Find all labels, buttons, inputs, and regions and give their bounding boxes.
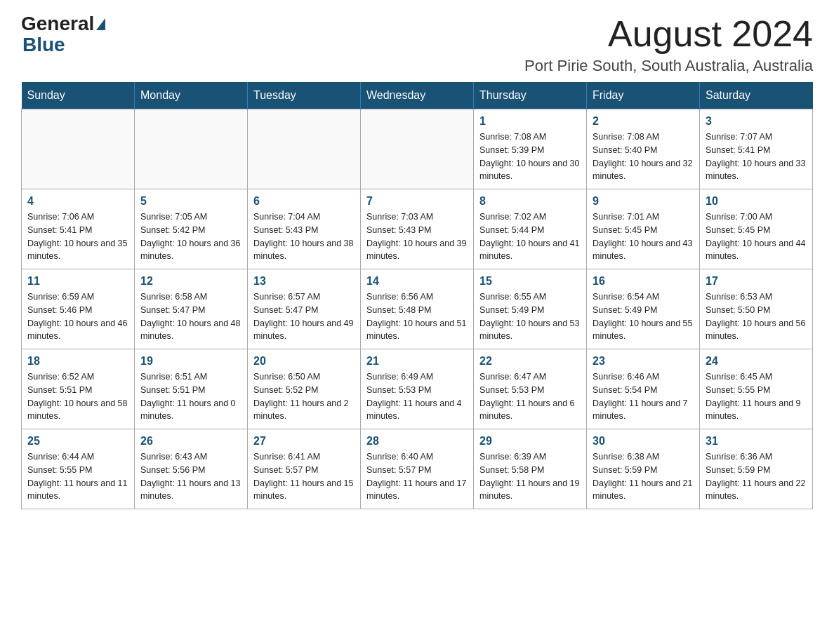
day-number: 13 — [253, 275, 355, 288]
day-number: 12 — [140, 275, 241, 288]
day-info: Sunrise: 6:54 AMSunset: 5:49 PMDaylight:… — [593, 290, 694, 343]
calendar-cell: 27Sunrise: 6:41 AMSunset: 5:57 PMDayligh… — [248, 429, 361, 509]
day-number: 30 — [593, 435, 694, 448]
weekday-header-saturday: Saturday — [700, 82, 813, 109]
day-number: 5 — [140, 195, 241, 208]
day-number: 31 — [706, 435, 807, 448]
day-number: 6 — [253, 195, 355, 208]
day-number: 20 — [253, 355, 355, 368]
calendar-cell: 3Sunrise: 7:07 AMSunset: 5:41 PMDaylight… — [700, 109, 813, 189]
calendar-cell: 22Sunrise: 6:47 AMSunset: 5:53 PMDayligh… — [474, 349, 587, 429]
day-info: Sunrise: 7:08 AMSunset: 5:40 PMDaylight:… — [593, 130, 694, 183]
day-number: 22 — [479, 355, 581, 368]
day-info: Sunrise: 7:08 AMSunset: 5:39 PMDaylight:… — [479, 130, 581, 183]
day-number: 15 — [479, 275, 581, 288]
calendar-cell: 24Sunrise: 6:45 AMSunset: 5:55 PMDayligh… — [700, 349, 813, 429]
calendar-cell — [22, 109, 135, 189]
day-info: Sunrise: 6:56 AMSunset: 5:48 PMDaylight:… — [366, 290, 468, 343]
day-number: 14 — [366, 275, 468, 288]
calendar-cell: 5Sunrise: 7:05 AMSunset: 5:42 PMDaylight… — [135, 189, 248, 269]
weekday-header-sunday: Sunday — [22, 82, 135, 109]
title-section: August 2024 Port Pirie South, South Aust… — [524, 14, 813, 75]
day-number: 3 — [706, 115, 807, 128]
calendar-cell: 20Sunrise: 6:50 AMSunset: 5:52 PMDayligh… — [248, 349, 361, 429]
calendar-cell: 30Sunrise: 6:38 AMSunset: 5:59 PMDayligh… — [587, 429, 700, 509]
calendar-cell: 12Sunrise: 6:58 AMSunset: 5:47 PMDayligh… — [135, 269, 248, 349]
calendar-cell: 21Sunrise: 6:49 AMSunset: 5:53 PMDayligh… — [361, 349, 474, 429]
calendar-cell: 29Sunrise: 6:39 AMSunset: 5:58 PMDayligh… — [474, 429, 587, 509]
calendar-cell: 23Sunrise: 6:46 AMSunset: 5:54 PMDayligh… — [587, 349, 700, 429]
day-info: Sunrise: 6:45 AMSunset: 5:55 PMDaylight:… — [706, 370, 807, 423]
day-number: 16 — [593, 275, 694, 288]
weekday-header-friday: Friday — [587, 82, 700, 109]
logo-general-part: General — [21, 14, 94, 34]
calendar-cell: 31Sunrise: 6:36 AMSunset: 5:59 PMDayligh… — [700, 429, 813, 509]
calendar-cell: 6Sunrise: 7:04 AMSunset: 5:43 PMDaylight… — [248, 189, 361, 269]
logo-triangle-icon — [96, 18, 105, 30]
calendar-cell — [248, 109, 361, 189]
calendar-cell: 19Sunrise: 6:51 AMSunset: 5:51 PMDayligh… — [135, 349, 248, 429]
calendar-cell: 28Sunrise: 6:40 AMSunset: 5:57 PMDayligh… — [361, 429, 474, 509]
day-info: Sunrise: 6:59 AMSunset: 5:46 PMDaylight:… — [27, 290, 128, 343]
day-info: Sunrise: 7:03 AMSunset: 5:43 PMDaylight:… — [366, 210, 468, 263]
calendar-cell: 2Sunrise: 7:08 AMSunset: 5:40 PMDaylight… — [587, 109, 700, 189]
calendar-row-1: 4Sunrise: 7:06 AMSunset: 5:41 PMDaylight… — [22, 189, 813, 269]
weekday-header-tuesday: Tuesday — [248, 82, 361, 109]
calendar-row-0: 1Sunrise: 7:08 AMSunset: 5:39 PMDaylight… — [22, 109, 813, 189]
day-number: 2 — [593, 115, 694, 128]
day-number: 11 — [27, 275, 128, 288]
calendar-row-3: 18Sunrise: 6:52 AMSunset: 5:51 PMDayligh… — [22, 349, 813, 429]
weekday-header-monday: Monday — [135, 82, 248, 109]
weekday-header-thursday: Thursday — [474, 82, 587, 109]
calendar-table: SundayMondayTuesdayWednesdayThursdayFrid… — [21, 82, 813, 509]
logo: General Blue — [21, 14, 107, 56]
day-number: 8 — [479, 195, 581, 208]
day-number: 18 — [27, 355, 128, 368]
calendar-row-4: 25Sunrise: 6:44 AMSunset: 5:55 PMDayligh… — [22, 429, 813, 509]
day-number: 23 — [593, 355, 694, 368]
calendar-cell: 15Sunrise: 6:55 AMSunset: 5:49 PMDayligh… — [474, 269, 587, 349]
calendar-cell: 13Sunrise: 6:57 AMSunset: 5:47 PMDayligh… — [248, 269, 361, 349]
calendar-cell: 16Sunrise: 6:54 AMSunset: 5:49 PMDayligh… — [587, 269, 700, 349]
day-info: Sunrise: 7:07 AMSunset: 5:41 PMDaylight:… — [706, 130, 807, 183]
day-info: Sunrise: 7:06 AMSunset: 5:41 PMDaylight:… — [27, 210, 128, 263]
calendar-cell: 8Sunrise: 7:02 AMSunset: 5:44 PMDaylight… — [474, 189, 587, 269]
day-number: 29 — [479, 435, 581, 448]
day-number: 4 — [27, 195, 128, 208]
calendar-cell: 7Sunrise: 7:03 AMSunset: 5:43 PMDaylight… — [361, 189, 474, 269]
day-info: Sunrise: 6:40 AMSunset: 5:57 PMDaylight:… — [366, 450, 468, 503]
month-title: August 2024 — [524, 14, 813, 54]
logo-blue-part: Blue — [22, 34, 65, 55]
day-info: Sunrise: 7:00 AMSunset: 5:45 PMDaylight:… — [706, 210, 807, 263]
day-info: Sunrise: 7:01 AMSunset: 5:45 PMDaylight:… — [593, 210, 694, 263]
day-info: Sunrise: 7:05 AMSunset: 5:42 PMDaylight:… — [140, 210, 241, 263]
calendar-cell: 11Sunrise: 6:59 AMSunset: 5:46 PMDayligh… — [22, 269, 135, 349]
day-number: 9 — [593, 195, 694, 208]
calendar-cell: 25Sunrise: 6:44 AMSunset: 5:55 PMDayligh… — [22, 429, 135, 509]
day-info: Sunrise: 6:39 AMSunset: 5:58 PMDaylight:… — [479, 450, 581, 503]
day-number: 26 — [140, 435, 241, 448]
calendar-cell: 1Sunrise: 7:08 AMSunset: 5:39 PMDaylight… — [474, 109, 587, 189]
day-number: 7 — [366, 195, 468, 208]
weekday-header-row: SundayMondayTuesdayWednesdayThursdayFrid… — [22, 82, 813, 109]
day-info: Sunrise: 6:44 AMSunset: 5:55 PMDaylight:… — [27, 450, 128, 503]
day-number: 1 — [479, 115, 581, 128]
day-info: Sunrise: 6:43 AMSunset: 5:56 PMDaylight:… — [140, 450, 241, 503]
day-info: Sunrise: 7:02 AMSunset: 5:44 PMDaylight:… — [479, 210, 581, 263]
calendar-cell: 10Sunrise: 7:00 AMSunset: 5:45 PMDayligh… — [700, 189, 813, 269]
day-number: 21 — [366, 355, 468, 368]
calendar-cell: 14Sunrise: 6:56 AMSunset: 5:48 PMDayligh… — [361, 269, 474, 349]
day-info: Sunrise: 6:38 AMSunset: 5:59 PMDaylight:… — [593, 450, 694, 503]
day-number: 19 — [140, 355, 241, 368]
calendar-cell: 17Sunrise: 6:53 AMSunset: 5:50 PMDayligh… — [700, 269, 813, 349]
day-info: Sunrise: 6:52 AMSunset: 5:51 PMDaylight:… — [27, 370, 128, 423]
weekday-header-wednesday: Wednesday — [361, 82, 474, 109]
day-info: Sunrise: 6:41 AMSunset: 5:57 PMDaylight:… — [253, 450, 355, 503]
day-info: Sunrise: 6:36 AMSunset: 5:59 PMDaylight:… — [706, 450, 807, 503]
day-info: Sunrise: 6:46 AMSunset: 5:54 PMDaylight:… — [593, 370, 694, 423]
calendar-cell: 9Sunrise: 7:01 AMSunset: 5:45 PMDaylight… — [587, 189, 700, 269]
day-info: Sunrise: 6:58 AMSunset: 5:47 PMDaylight:… — [140, 290, 241, 343]
day-info: Sunrise: 6:47 AMSunset: 5:53 PMDaylight:… — [479, 370, 581, 423]
calendar-cell — [135, 109, 248, 189]
calendar-cell: 26Sunrise: 6:43 AMSunset: 5:56 PMDayligh… — [135, 429, 248, 509]
